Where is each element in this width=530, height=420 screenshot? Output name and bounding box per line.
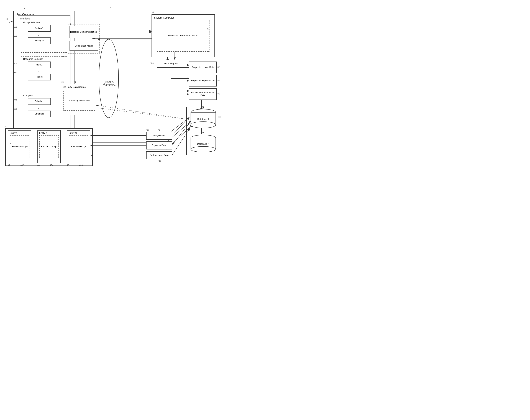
ref424-label: 424 [158,129,161,131]
ref204-label: 204 [14,62,17,65]
ref86-label: 86 [218,93,220,95]
ref406-label: 406 [79,164,83,166]
ref44-label: 44 [37,164,40,166]
performance-data-box: Performance Data [146,151,172,159]
category-label: Category [23,94,33,97]
resource-selection-box: Resource Selection [21,56,67,89]
setting1-box: Setting 1 [28,25,51,32]
diagram: User Computer 2 Interface Group Selectio… [0,0,221,175]
ref224-label: 224 [14,71,17,74]
ref202-label: 202 [14,26,17,28]
criteriaN-box: Criteria N [28,111,51,117]
ref206-label: 206 [14,99,17,101]
system-computer-label: System Computer [154,16,174,19]
ref8-label: 8 [152,11,154,14]
ref88-label: 88 [62,55,64,58]
resource-usage1-box: Resource Usage [10,135,29,158]
ref80-label: 80 [207,28,209,30]
resource-selection-label: Resource Selection [23,58,43,61]
ref1-label: 1 [110,6,111,9]
requested-expense-data-box: Requested Expense Data [189,75,217,87]
ref2-label: 2 [24,7,25,10]
usage-data-box: Usage Data [146,132,172,140]
ref402-label: 402 [20,164,24,166]
expense-data-box: Expense Data [146,141,172,150]
field-dots: ... [37,70,40,72]
ref404-label: 404 [50,164,53,166]
resource-usage2-box: Resource Usage [39,135,59,158]
ref82-label: 82 [218,66,220,68]
network-send-dashed [68,24,100,54]
ref46-label: 46 [67,164,69,166]
criteria-dots: ... [37,106,40,109]
ref422-label: 422 [146,129,149,131]
svg-point-0 [99,39,118,118]
ref20-label: 20 [6,18,8,20]
ref42-label: 42 [8,164,10,166]
requested-usage-data-box: Requested Usage Data [189,61,217,73]
resource-usageN-box: Resource Usage [69,135,88,158]
field1-box: Field 1 [28,61,51,68]
fieldN-box: Field N [28,74,51,80]
network-connection-text: Network Connection [103,80,116,86]
group-selection-label: Group Selection [23,21,40,24]
group-selection-box: Group Selection [21,20,67,53]
databases-outer-box [186,107,221,155]
criteria1-box: Criteria 1 [28,98,51,105]
generate-comparison-metric-box: Generate Comparison Metric [157,20,209,52]
ref84-label: 84 [218,79,220,81]
entity-dots2: ... [62,145,65,149]
company-information-box: Company Information [63,91,95,111]
ref4-label: 4 [5,125,7,128]
ref222-label: 222 [14,35,17,37]
ref120-label: 120 [61,81,64,83]
svg-line-43 [96,105,189,120]
data-request-box: Data Request [157,60,185,68]
ref100-label: 100 [150,62,153,64]
requested-performance-data-box: Requested Performance Data [189,88,217,100]
setting-dots: ... [37,33,40,36]
entity-dots1: ... [33,145,36,149]
ref426-label: 426 [158,160,161,162]
ref226-label: 226 [14,108,17,110]
settingN-box: Setting N [28,37,51,44]
ref12-label: 12 [74,81,76,83]
